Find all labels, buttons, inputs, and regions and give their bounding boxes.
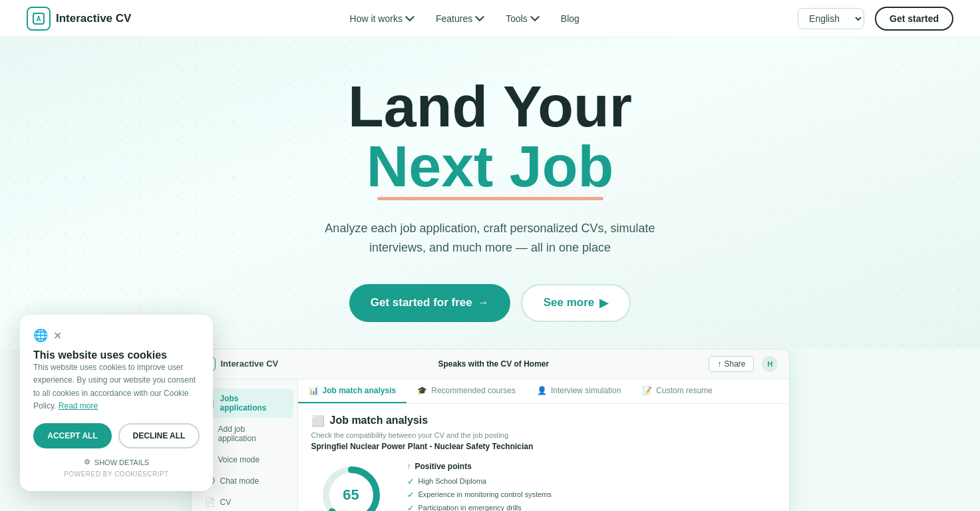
chevron-down-icon [530, 14, 540, 23]
donut-chart: 65 [318, 462, 385, 511]
user-avatar: H [762, 356, 778, 372]
positive-item-1: ✓ Experience in monitoring control syste… [407, 490, 776, 500]
cookie-icons: 🌐 ✕ [33, 328, 62, 343]
app-top-bar: A Interactive CV Speaks with the CV of H… [192, 349, 789, 379]
cookie-top: 🌐 ✕ [33, 328, 200, 343]
read-more-link[interactable]: Read more [59, 401, 98, 411]
see-more-button[interactable]: See more ▶ [521, 284, 631, 322]
tab-recommended-courses[interactable]: 🎓 Recommended courses [407, 379, 526, 403]
check-icon: ✓ [407, 490, 414, 500]
app-body: 📋 Jobs applications ＋ Add job applicatio… [192, 379, 789, 511]
get-started-nav-button[interactable]: Get started [875, 7, 953, 31]
nav-links: How it works Features Tools Blog [350, 13, 579, 24]
chevron-down-icon [405, 14, 414, 23]
navbar: A Interactive CV How it works Features T… [0, 0, 980, 37]
check-icon: ✓ [407, 503, 414, 511]
positive-points-section: ↑ Positive points ✓ High School Diploma … [407, 462, 776, 511]
show-details-button[interactable]: ⚙ SHOW DETAILS [33, 458, 200, 466]
sidebar-item-cv[interactable]: 📄 CV [196, 492, 293, 511]
check-compatibility-text: Check the compatibility between your CV … [311, 431, 776, 439]
person-icon: 👤 [537, 386, 547, 395]
job-name: Springfiel Nuclear Power Plant - Nuclear… [311, 442, 776, 451]
settings-icon: ⚙ [84, 458, 90, 466]
share-button[interactable]: ↑ Share [709, 356, 754, 372]
logo[interactable]: A Interactive CV [27, 7, 131, 31]
nav-features[interactable]: Features [436, 13, 484, 24]
decline-all-button[interactable]: DECLINE ALL [118, 423, 200, 448]
chart-icon: 📊 [309, 386, 319, 395]
positive-item-2: ✓ Participation in emergency drills [407, 503, 776, 511]
hero-section: Land Your Next Job Analyze each job appl… [0, 37, 980, 349]
hero-title-line1: Land Your [348, 77, 632, 136]
content-area: ⬜ Job match analysis Check the compatibi… [298, 404, 789, 511]
app-speaks-label: Speaks with the CV of Homer [438, 359, 549, 369]
language-select[interactable]: English Français Español Deutsch [798, 8, 864, 29]
globe-icon: 🌐 [33, 328, 48, 343]
app-brand: A Interactive CV [202, 357, 279, 371]
tab-job-match[interactable]: 📊 Job match analysis [298, 379, 407, 403]
hero-buttons: Get started for free → See more ▶ [349, 284, 631, 322]
check-icon: ✓ [407, 476, 414, 486]
hero-subtitle: Analyze each job application, craft pers… [297, 219, 683, 257]
app-main-content: 📊 Job match analysis 🎓 Recommended cours… [298, 379, 789, 511]
score-value: 65 [343, 486, 359, 504]
hero-title-line2: Next Job [367, 136, 614, 197]
hero-underline [377, 197, 603, 200]
nav-blog[interactable]: Blog [561, 13, 579, 24]
positive-heading: ↑ Positive points [407, 462, 776, 471]
cookie-banner: 🌐 ✕ This website uses cookies This websi… [20, 315, 213, 491]
nav-tools[interactable]: Tools [506, 13, 540, 24]
tab-bar: 📊 Job match analysis 🎓 Recommended cours… [298, 379, 789, 404]
resume-icon: 📝 [642, 386, 652, 395]
svg-text:A: A [36, 15, 41, 23]
powered-by-text: POWERED BY COOKIESCRIPT [33, 470, 200, 478]
cookie-buttons: ACCEPT ALL DECLINE ALL [33, 423, 200, 448]
score-chart: 65 [311, 462, 391, 511]
tab-interview-simulation[interactable]: 👤 Interview simulation [526, 379, 631, 403]
logo-icon: A [27, 7, 51, 31]
section-title: ⬜ Job match analysis [311, 415, 776, 427]
nav-how-it-works[interactable]: How it works [350, 13, 414, 24]
courses-icon: 🎓 [417, 386, 427, 395]
cookie-title: This website uses cookies [33, 349, 200, 361]
cookie-body: This website uses cookies to improve use… [33, 361, 200, 413]
doc-icon: 📄 [205, 498, 215, 507]
tab-custom-resume[interactable]: 📝 Custom resume [631, 379, 723, 403]
app-top-right: ↑ Share H [709, 356, 778, 372]
get-started-free-button[interactable]: Get started for free → [349, 284, 510, 322]
close-icon[interactable]: ✕ [53, 329, 62, 342]
accept-all-button[interactable]: ACCEPT ALL [33, 423, 112, 448]
analysis-content: 65 ↑ Positive points ✓ High School Diplo… [311, 462, 776, 511]
chevron-down-icon [475, 14, 484, 23]
logo-text: Interactive CV [56, 12, 131, 25]
nav-right: English Français Español Deutsch Get sta… [798, 7, 953, 31]
positive-item-0: ✓ High School Diploma [407, 476, 776, 486]
app-preview: A Interactive CV Speaks with the CV of H… [191, 349, 790, 511]
